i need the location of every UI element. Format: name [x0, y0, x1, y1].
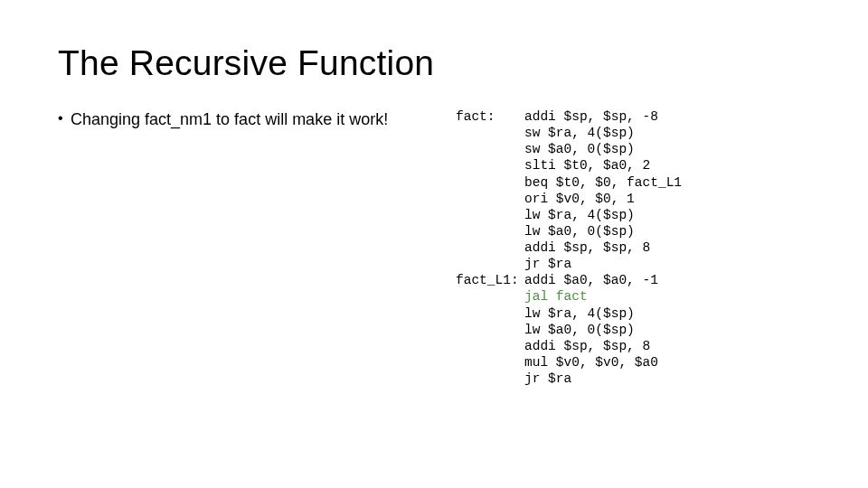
- bullet-list: • Changing fact_nm1 to fact will make it…: [58, 108, 456, 130]
- code-line: lw $a0, 0($sp): [456, 223, 810, 239]
- code-line: lw $a0, 0($sp): [456, 322, 810, 338]
- code-line: jr $ra: [456, 371, 810, 387]
- code-line: jr $ra: [456, 256, 810, 272]
- bullet-item: • Changing fact_nm1 to fact will make it…: [58, 108, 438, 130]
- code-instruction: jr $ra: [524, 256, 810, 272]
- code-instruction: lw $ra, 4($sp): [524, 207, 810, 223]
- code-label: fact_L1:: [456, 272, 524, 288]
- bullet-text: Changing fact_nm1 to fact will make it w…: [71, 108, 388, 130]
- slide-body: • Changing fact_nm1 to fact will make it…: [58, 108, 810, 387]
- code-label: [456, 305, 524, 322]
- code-line: fact:addi $sp, $sp, -8: [456, 108, 810, 125]
- code-label: [456, 354, 524, 371]
- code-label: [456, 174, 524, 191]
- code-instruction: slti $t0, $a0, 2: [524, 157, 810, 174]
- code-instruction: addi $sp, $sp, 8: [524, 239, 810, 256]
- code-label: [456, 157, 524, 174]
- code-line: ori $v0, $0, 1: [456, 191, 810, 207]
- code-label: [456, 371, 524, 387]
- code-instruction: addi $a0, $a0, -1: [524, 272, 810, 288]
- bullet-dot-icon: •: [58, 108, 71, 128]
- code-instruction: ori $v0, $0, 1: [524, 191, 810, 207]
- code-label: [456, 223, 524, 239]
- code-label: [456, 338, 524, 354]
- code-label: [456, 288, 524, 305]
- code-line: addi $sp, $sp, 8: [456, 338, 810, 354]
- code-instruction: addi $sp, $sp, 8: [524, 338, 810, 354]
- code-label: [456, 125, 524, 141]
- code-line: slti $t0, $a0, 2: [456, 157, 810, 174]
- code-line: sw $a0, 0($sp): [456, 141, 810, 157]
- code-instruction: addi $sp, $sp, -8: [524, 108, 810, 125]
- slide: The Recursive Function • Changing fact_n…: [0, 0, 868, 488]
- code-label: [456, 207, 524, 223]
- code-instruction: lw $a0, 0($sp): [524, 322, 810, 338]
- code-instruction: sw $ra, 4($sp): [524, 125, 810, 141]
- code-line: lw $ra, 4($sp): [456, 305, 810, 322]
- code-line: fact_L1:addi $a0, $a0, -1: [456, 272, 810, 288]
- code-line: mul $v0, $v0, $a0: [456, 354, 810, 371]
- code-instruction: beq $t0, $0, fact_L1: [524, 174, 810, 191]
- code-label: [456, 141, 524, 157]
- code-label: [456, 239, 524, 256]
- code-label: [456, 322, 524, 338]
- code-instruction: sw $a0, 0($sp): [524, 141, 810, 157]
- code-line: jal fact: [456, 288, 810, 305]
- code-instruction: mul $v0, $v0, $a0: [524, 354, 810, 371]
- code-instruction: jal fact: [524, 288, 810, 305]
- code-line: beq $t0, $0, fact_L1: [456, 174, 810, 191]
- code-label: fact:: [456, 108, 524, 125]
- code-instruction: lw $a0, 0($sp): [524, 223, 810, 239]
- code-line: addi $sp, $sp, 8: [456, 239, 810, 256]
- code-line: lw $ra, 4($sp): [456, 207, 810, 223]
- code-label: [456, 256, 524, 272]
- code-block: fact:addi $sp, $sp, -8sw $ra, 4($sp)sw $…: [456, 108, 810, 387]
- code-line: sw $ra, 4($sp): [456, 125, 810, 141]
- code-label: [456, 191, 524, 207]
- code-instruction: lw $ra, 4($sp): [524, 305, 810, 322]
- slide-title: The Recursive Function: [58, 43, 810, 83]
- code-instruction: jr $ra: [524, 371, 810, 387]
